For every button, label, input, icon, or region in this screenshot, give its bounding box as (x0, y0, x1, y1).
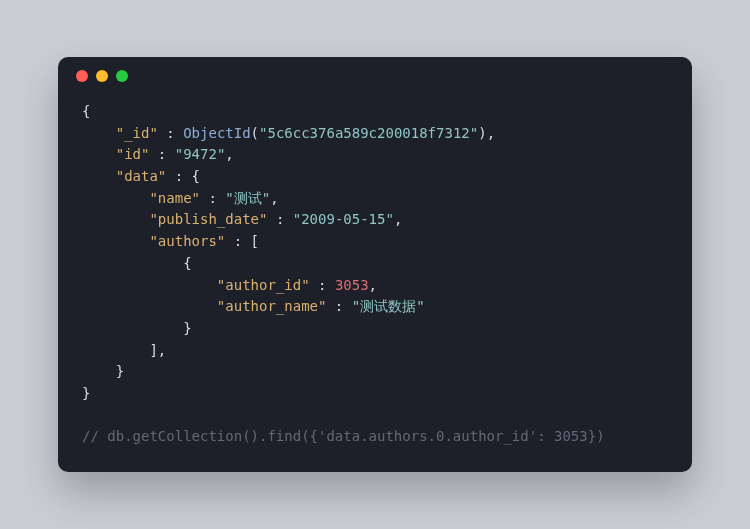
brace-open: { (82, 103, 90, 119)
key-id: "_id" (116, 125, 158, 141)
code-block: { "_id" : ObjectId("5c6cc376a589c200018f… (58, 95, 692, 472)
val-author-id: 3053 (335, 277, 369, 293)
key-name: "name" (149, 190, 200, 206)
brace-close: } (82, 385, 90, 401)
val-id: "9472" (175, 146, 226, 162)
window-titlebar (58, 57, 692, 95)
comment-line: // db.getCollection().find({'data.author… (82, 428, 605, 444)
terminal-window: { "_id" : ObjectId("5c6cc376a589c200018f… (58, 57, 692, 472)
fn-objectid: ObjectId (183, 125, 250, 141)
key-data: "data" (116, 168, 167, 184)
key-author-id: "author_id" (217, 277, 310, 293)
brace-close-author: } (183, 320, 191, 336)
bracket-close: ], (149, 342, 166, 358)
key-author-name: "author_name" (217, 298, 327, 314)
key-publish-date: "publish_date" (149, 211, 267, 227)
val-objectid: "5c6cc376a589c200018f7312" (259, 125, 478, 141)
val-author-name: "测试数据" (352, 298, 425, 314)
maximize-icon[interactable] (116, 70, 128, 82)
val-name: "测试" (225, 190, 270, 206)
key-id2: "id" (116, 146, 150, 162)
minimize-icon[interactable] (96, 70, 108, 82)
brace-open-author: { (183, 255, 191, 271)
close-icon[interactable] (76, 70, 88, 82)
key-authors: "authors" (149, 233, 225, 249)
val-publish-date: "2009-05-15" (293, 211, 394, 227)
brace-close-data: } (116, 363, 124, 379)
